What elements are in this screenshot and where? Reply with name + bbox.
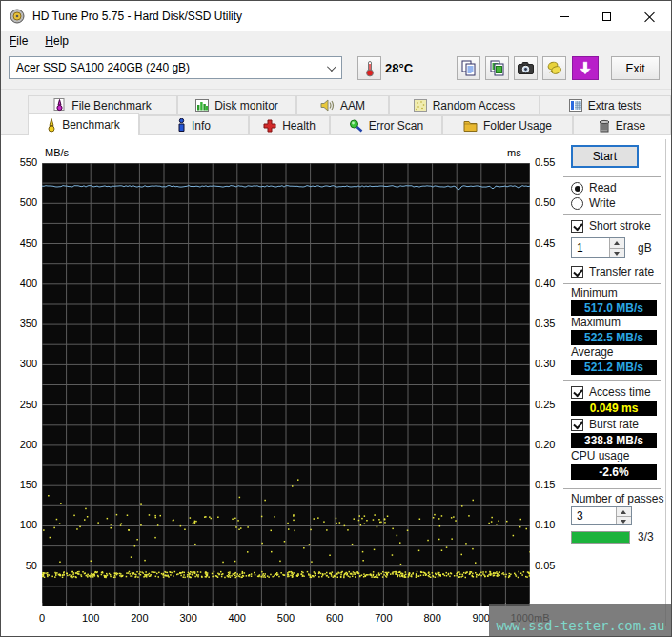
copy-text-button[interactable] [457, 56, 480, 80]
access-time-checkbox[interactable] [571, 386, 583, 399]
watermark: www.ssd-tester.com.au [489, 604, 672, 636]
minimum-value: 517.0 MB/s [571, 300, 657, 316]
short-stroke-checkbox[interactable] [571, 220, 583, 233]
menu-item-file[interactable]: File [1, 32, 36, 50]
maximum-value: 522.5 MB/s [571, 330, 657, 345]
tab-strip-bottom: BenchmarkInfoHealthError ScanFolder Usag… [1, 115, 671, 135]
access-time-value: 0.049 ms [571, 401, 657, 416]
divider [563, 214, 661, 215]
y-left-tick: 400 [7, 277, 37, 289]
y-right-tick: 0.10 [535, 519, 555, 530]
burst-rate-checkbox[interactable] [571, 419, 583, 431]
tab-label: Disk monitor [214, 99, 278, 113]
tab-extra-tests[interactable]: Extra tests [540, 95, 671, 115]
y-right-tick: 0.30 [535, 358, 555, 369]
pro-feature-button[interactable] [542, 56, 566, 80]
write-radio[interactable] [571, 197, 583, 210]
y-right-unit: ms [507, 147, 521, 158]
temperature-value: 28°C [385, 61, 413, 75]
passes-stepper[interactable]: 3 [571, 506, 632, 525]
y-right-tick: 0.05 [535, 560, 555, 571]
y-left-tick: 100 [7, 519, 37, 530]
minimum-label: Minimum [571, 286, 618, 299]
y-left-tick: 450 [7, 237, 37, 249]
stepper-up-icon[interactable] [610, 238, 624, 249]
speaker-icon [320, 99, 335, 112]
y-right-tick: 0.50 [535, 196, 555, 208]
exit-button[interactable]: Exit [611, 56, 660, 80]
tab-label: Health [282, 119, 316, 133]
tab-folder-usage[interactable]: Folder Usage [442, 115, 573, 135]
stepper-down-icon[interactable] [617, 517, 631, 525]
stepper-down-icon[interactable] [610, 249, 624, 258]
burst-rate-value: 338.8 MB/s [571, 433, 657, 448]
short-stroke-label: Short stroke [589, 219, 651, 233]
health-cross-icon [263, 119, 276, 133]
temperature-button[interactable] [357, 56, 381, 80]
tab-erase[interactable]: Erase [573, 115, 671, 135]
tab-label: Info [192, 119, 211, 133]
y-right-tick: 0.35 [535, 318, 555, 329]
y-left-tick: 200 [7, 439, 37, 450]
access-time-label: Access time [589, 385, 651, 399]
maximize-button[interactable] [585, 1, 628, 31]
short-stroke-size-value: 1 [577, 241, 583, 255]
camera-icon [518, 62, 534, 74]
close-button[interactable] [628, 1, 671, 31]
passes-label: Number of passes [571, 492, 663, 505]
watermark-text: www.ssd-tester.com.au [496, 618, 664, 633]
cpu-usage-label: CPU usage [571, 449, 629, 462]
tab-label: Random Access [433, 99, 516, 113]
dots-icon [414, 99, 427, 112]
title-bar: HD Tune Pro 5.75 - Hard Disk/SSD Utility [1, 1, 671, 31]
tab-label: File Benchmark [71, 99, 151, 113]
y-right-tick: 0.55 [535, 156, 555, 168]
down-arrow-icon [579, 61, 592, 75]
maximum-label: Maximum [571, 316, 621, 329]
y-right-tick: 0.20 [535, 439, 555, 450]
copy-image-button[interactable] [485, 56, 509, 80]
maximize-icon [602, 12, 611, 21]
menu-item-help[interactable]: Help [36, 32, 77, 50]
progress-fill [572, 532, 629, 543]
app-window: HD Tune Pro 5.75 - Hard Disk/SSD Utility… [0, 0, 672, 637]
short-stroke-size-stepper[interactable]: 1 [571, 237, 625, 258]
info-icon [177, 118, 186, 133]
tab-label: Benchmark [62, 118, 120, 132]
tab-disk-monitor[interactable]: Disk monitor [177, 95, 296, 115]
thermometer-icon [362, 60, 377, 77]
drive-selector[interactable]: Acer SSD SA100 240GB (240 gB) [9, 56, 342, 79]
magnifier-icon [349, 119, 363, 133]
short-stroke-unit: gB [638, 241, 652, 255]
divider [563, 176, 661, 177]
y-right-tick: 0.25 [535, 399, 555, 410]
download-button[interactable] [572, 56, 599, 80]
minimize-icon [560, 16, 569, 17]
tab-health[interactable]: Health [249, 115, 330, 135]
y-left-tick: 550 [7, 156, 37, 168]
tab-aam[interactable]: AAM [296, 95, 389, 115]
cpu-usage-value: -2.6% [571, 464, 657, 480]
tab-label: Error Scan [369, 119, 423, 133]
tab-error-scan[interactable]: Error Scan [330, 115, 442, 135]
read-radio[interactable] [571, 182, 583, 195]
toolbar: Acer SSD SA100 240GB (240 gB) 28°C [1, 51, 671, 90]
tab-info[interactable]: Info [139, 115, 249, 135]
start-button[interactable]: Start [571, 145, 639, 168]
average-value: 521.2 MB/s [571, 360, 657, 375]
divider [563, 283, 661, 284]
divider [563, 380, 661, 381]
read-label: Read [589, 181, 617, 195]
transfer-rate-checkbox[interactable] [571, 266, 583, 278]
minimize-button[interactable] [542, 1, 585, 31]
tab-benchmark[interactable]: Benchmark [28, 113, 139, 135]
close-icon [644, 11, 655, 22]
exclaim-magenta-icon [53, 98, 66, 113]
drive-selector-value: Acer SSD SA100 240GB (240 gB) [16, 61, 190, 74]
copy-icon [461, 60, 476, 76]
stepper-up-icon[interactable] [617, 507, 631, 517]
benchmark-chart [42, 163, 530, 606]
tab-random-access[interactable]: Random Access [389, 95, 540, 115]
screenshot-button[interactable] [514, 56, 538, 80]
tab-file-benchmark[interactable]: File Benchmark [28, 95, 177, 115]
